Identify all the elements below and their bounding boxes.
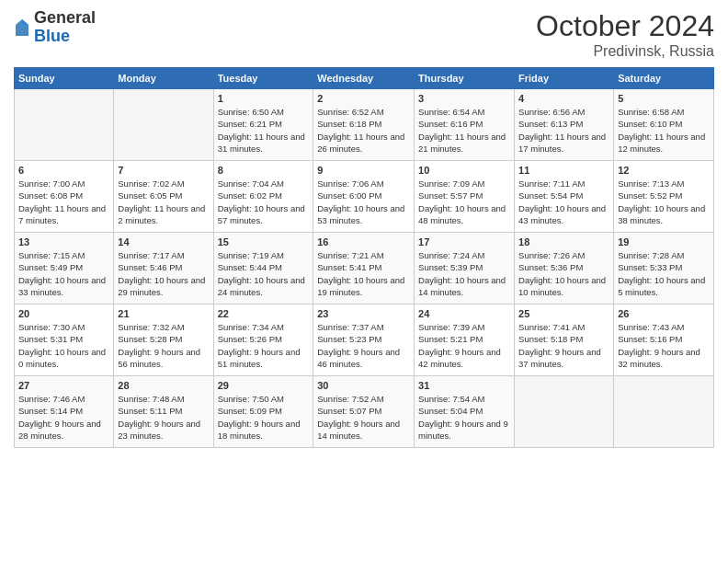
day-number: 31 [418,380,510,391]
day-number: 22 [218,308,310,319]
day-number: 4 [518,93,609,104]
day-number: 1 [218,93,310,104]
col-sunday: Sunday [15,68,114,89]
day-number: 28 [118,380,209,391]
table-row: 10Sunrise: 7:09 AM Sunset: 5:57 PM Dayli… [415,161,515,233]
table-row: 26Sunrise: 7:43 AM Sunset: 5:16 PM Dayli… [614,304,714,376]
table-row: 8Sunrise: 7:04 AM Sunset: 6:02 PM Daylig… [213,161,313,233]
day-number: 14 [118,236,209,247]
day-info: Sunrise: 7:54 AM Sunset: 5:04 PM Dayligh… [418,393,510,442]
table-row: 12Sunrise: 7:13 AM Sunset: 5:52 PM Dayli… [614,161,714,233]
header-row: Sunday Monday Tuesday Wednesday Thursday… [15,68,714,89]
day-info: Sunrise: 7:30 AM Sunset: 5:31 PM Dayligh… [18,321,109,370]
day-number: 13 [18,236,109,247]
logo-general: General [34,9,96,28]
day-number: 26 [618,308,710,319]
month-title: October 2024 [536,9,714,43]
day-info: Sunrise: 7:17 AM Sunset: 5:46 PM Dayligh… [118,249,209,298]
day-number: 24 [418,308,510,319]
day-number: 29 [218,380,310,391]
table-row: 9Sunrise: 7:06 AM Sunset: 6:00 PM Daylig… [313,161,415,233]
week-row-2: 6Sunrise: 7:00 AM Sunset: 6:08 PM Daylig… [15,161,714,233]
day-number: 21 [118,308,209,319]
table-row: 31Sunrise: 7:54 AM Sunset: 5:04 PM Dayli… [415,376,515,448]
day-number: 11 [518,165,609,176]
day-info: Sunrise: 7:52 AM Sunset: 5:07 PM Dayligh… [317,393,410,442]
table-row: 20Sunrise: 7:30 AM Sunset: 5:31 PM Dayli… [15,304,114,376]
logo-blue: Blue [34,28,96,46]
day-info: Sunrise: 7:32 AM Sunset: 5:28 PM Dayligh… [118,321,209,370]
day-number: 30 [317,380,410,391]
day-info: Sunrise: 7:13 AM Sunset: 5:52 PM Dayligh… [618,178,710,226]
col-tuesday: Tuesday [213,68,313,89]
table-row: 14Sunrise: 7:17 AM Sunset: 5:46 PM Dayli… [114,233,213,304]
table-row: 25Sunrise: 7:41 AM Sunset: 5:18 PM Dayli… [515,304,614,376]
day-info: Sunrise: 6:56 AM Sunset: 6:13 PM Dayligh… [518,106,609,155]
col-saturday: Saturday [614,68,714,89]
day-number: 3 [418,93,510,104]
table-row [114,89,213,161]
table-row: 27Sunrise: 7:46 AM Sunset: 5:14 PM Dayli… [15,376,114,448]
table-row: 22Sunrise: 7:34 AM Sunset: 5:26 PM Dayli… [213,304,313,376]
day-number: 27 [18,380,109,391]
table-row: 16Sunrise: 7:21 AM Sunset: 5:41 PM Dayli… [313,233,415,304]
table-row: 28Sunrise: 7:48 AM Sunset: 5:11 PM Dayli… [114,376,213,448]
table-row: 29Sunrise: 7:50 AM Sunset: 5:09 PM Dayli… [213,376,313,448]
table-row [15,89,114,161]
day-info: Sunrise: 7:37 AM Sunset: 5:23 PM Dayligh… [317,321,410,370]
day-info: Sunrise: 6:58 AM Sunset: 6:10 PM Dayligh… [618,106,710,155]
day-info: Sunrise: 7:02 AM Sunset: 6:05 PM Dayligh… [118,178,209,226]
day-info: Sunrise: 6:52 AM Sunset: 6:18 PM Dayligh… [317,106,410,155]
table-row: 17Sunrise: 7:24 AM Sunset: 5:39 PM Dayli… [415,233,515,304]
calendar-table: Sunday Monday Tuesday Wednesday Thursday… [14,67,714,448]
logo-text: General Blue [34,9,96,46]
day-info: Sunrise: 7:26 AM Sunset: 5:36 PM Dayligh… [518,249,609,298]
day-info: Sunrise: 7:50 AM Sunset: 5:09 PM Dayligh… [218,393,310,442]
logo-icon [14,17,30,38]
day-number: 19 [618,236,710,247]
day-number: 17 [418,236,510,247]
day-info: Sunrise: 7:21 AM Sunset: 5:41 PM Dayligh… [317,249,410,298]
day-info: Sunrise: 7:24 AM Sunset: 5:39 PM Dayligh… [418,249,510,298]
table-row: 24Sunrise: 7:39 AM Sunset: 5:21 PM Dayli… [415,304,515,376]
week-row-4: 20Sunrise: 7:30 AM Sunset: 5:31 PM Dayli… [15,304,714,376]
day-number: 20 [18,308,109,319]
table-row [515,376,614,448]
day-number: 25 [518,308,609,319]
page-header: General Blue October 2024 Predivinsk, Ru… [14,9,714,60]
calendar-header: Sunday Monday Tuesday Wednesday Thursday… [15,68,714,89]
table-row: 7Sunrise: 7:02 AM Sunset: 6:05 PM Daylig… [114,161,213,233]
table-row: 18Sunrise: 7:26 AM Sunset: 5:36 PM Dayli… [515,233,614,304]
day-info: Sunrise: 7:09 AM Sunset: 5:57 PM Dayligh… [418,178,510,226]
day-info: Sunrise: 7:43 AM Sunset: 5:16 PM Dayligh… [618,321,710,370]
day-info: Sunrise: 7:39 AM Sunset: 5:21 PM Dayligh… [418,321,510,370]
day-info: Sunrise: 7:34 AM Sunset: 5:26 PM Dayligh… [218,321,310,370]
day-info: Sunrise: 7:41 AM Sunset: 5:18 PM Dayligh… [518,321,609,370]
day-info: Sunrise: 7:11 AM Sunset: 5:54 PM Dayligh… [518,178,609,226]
col-wednesday: Wednesday [313,68,415,89]
day-info: Sunrise: 7:15 AM Sunset: 5:49 PM Dayligh… [18,249,109,298]
calendar-body: 1Sunrise: 6:50 AM Sunset: 6:21 PM Daylig… [15,89,714,448]
col-friday: Friday [515,68,614,89]
table-row: 30Sunrise: 7:52 AM Sunset: 5:07 PM Dayli… [313,376,415,448]
logo: General Blue [14,9,96,46]
table-row: 15Sunrise: 7:19 AM Sunset: 5:44 PM Dayli… [213,233,313,304]
day-info: Sunrise: 7:19 AM Sunset: 5:44 PM Dayligh… [218,249,310,298]
table-row: 6Sunrise: 7:00 AM Sunset: 6:08 PM Daylig… [15,161,114,233]
day-info: Sunrise: 7:48 AM Sunset: 5:11 PM Dayligh… [118,393,209,442]
day-info: Sunrise: 6:54 AM Sunset: 6:16 PM Dayligh… [418,106,510,155]
day-number: 12 [618,165,710,176]
table-row: 11Sunrise: 7:11 AM Sunset: 5:54 PM Dayli… [515,161,614,233]
table-row: 1Sunrise: 6:50 AM Sunset: 6:21 PM Daylig… [213,89,313,161]
table-row [614,376,714,448]
day-number: 10 [418,165,510,176]
day-info: Sunrise: 6:50 AM Sunset: 6:21 PM Dayligh… [218,106,310,155]
day-info: Sunrise: 7:00 AM Sunset: 6:08 PM Dayligh… [18,178,109,226]
table-row: 2Sunrise: 6:52 AM Sunset: 6:18 PM Daylig… [313,89,415,161]
day-number: 7 [118,165,209,176]
day-info: Sunrise: 7:46 AM Sunset: 5:14 PM Dayligh… [18,393,109,442]
svg-marker-1 [22,19,28,25]
week-row-1: 1Sunrise: 6:50 AM Sunset: 6:21 PM Daylig… [15,89,714,161]
day-number: 2 [317,93,410,104]
day-number: 18 [518,236,609,247]
